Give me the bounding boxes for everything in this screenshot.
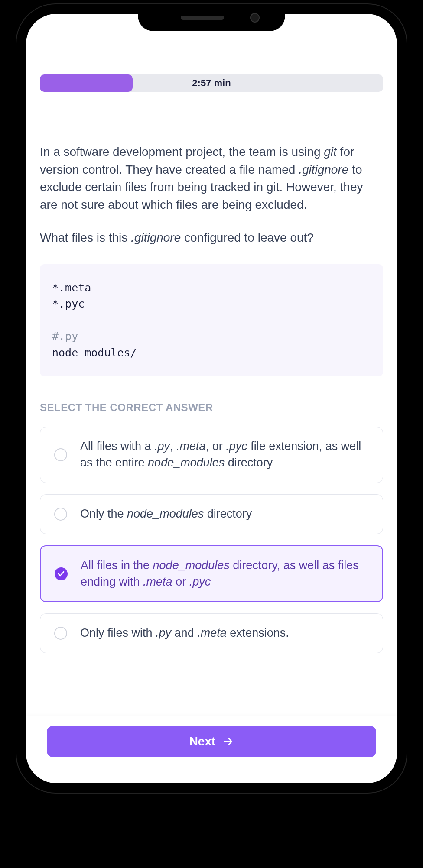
content-area: 2:57 min In a software development proje… — [26, 14, 397, 716]
text-emphasis: .gitignore — [299, 163, 348, 176]
code-line: *.meta — [52, 282, 91, 294]
text-emphasis: .gitignore — [131, 231, 181, 244]
text-emphasis: .meta — [197, 626, 227, 639]
answer-option-0[interactable]: All files with a .py, .meta, or .pyc fil… — [40, 427, 383, 483]
text-fragment: All files with a — [80, 440, 154, 453]
phone-screen: 2:57 min In a software development proje… — [26, 14, 397, 783]
code-line: *.pyc — [52, 298, 85, 310]
progress-fill — [40, 74, 133, 92]
check-icon — [58, 570, 65, 577]
next-button-label: Next — [189, 735, 216, 748]
code-comment-line: #.py — [52, 330, 78, 343]
answer-text: All files in the node_modules directory,… — [81, 557, 368, 590]
progress-bar: 2:57 min — [40, 74, 383, 92]
radio-unchecked-icon — [54, 448, 67, 461]
text-fragment: directory — [204, 507, 252, 520]
text-emphasis: git — [324, 145, 337, 159]
text-emphasis: .meta — [143, 575, 172, 588]
section-label: SELECT THE CORRECT ANSWER — [40, 402, 383, 414]
text-fragment: , — [170, 440, 176, 453]
answer-text: Only the node_modules directory — [80, 506, 252, 522]
timer-label: 2:57 min — [192, 78, 231, 89]
radio-unchecked-icon — [54, 627, 67, 640]
answer-text: All files with a .py, .meta, or .pyc fil… — [80, 438, 369, 471]
radio-unchecked-icon — [54, 508, 67, 521]
text-fragment: extensions. — [227, 626, 289, 639]
text-fragment: and — [171, 626, 197, 639]
text-emphasis: .py — [156, 626, 171, 639]
text-fragment: What files is this — [40, 231, 131, 244]
phone-frame: 2:57 min In a software development proje… — [16, 4, 407, 793]
answer-list: All files with a .py, .meta, or .pyc fil… — [40, 427, 383, 653]
text-fragment: or — [172, 575, 189, 588]
question-paragraph-2: What files is this .gitignore configured… — [40, 229, 383, 247]
text-fragment: directory — [225, 456, 273, 469]
text-emphasis: node_modules — [127, 507, 204, 520]
text-fragment: In a software development project, the t… — [40, 145, 324, 159]
question-paragraph-1: In a software development project, the t… — [40, 143, 383, 214]
text-fragment: , or — [206, 440, 226, 453]
text-fragment: configured to leave out? — [181, 231, 314, 244]
text-emphasis: .pyc — [189, 575, 211, 588]
text-fragment: All files in the — [81, 559, 153, 572]
code-line: node_modules/ — [52, 347, 137, 359]
answer-option-1[interactable]: Only the node_modules directory — [40, 494, 383, 534]
answer-option-2[interactable]: All files in the node_modules directory,… — [40, 545, 383, 602]
bottom-bar: Next — [26, 716, 397, 783]
text-emphasis: node_modules — [153, 559, 230, 572]
text-emphasis: node_modules — [148, 456, 225, 469]
answer-option-3[interactable]: Only files with .py and .meta extensions… — [40, 613, 383, 653]
text-emphasis: .meta — [176, 440, 206, 453]
radio-checked-icon — [55, 567, 68, 580]
phone-notch — [138, 4, 285, 31]
answer-text: Only files with .py and .meta extensions… — [80, 625, 289, 641]
code-block: *.meta *.pyc #.py node_modules/ — [40, 264, 383, 377]
notch-speaker — [181, 16, 224, 20]
text-emphasis: .py — [154, 440, 170, 453]
text-emphasis: .pyc — [226, 440, 247, 453]
text-fragment: Only files with — [80, 626, 156, 639]
next-button[interactable]: Next — [47, 726, 376, 757]
notch-camera — [250, 13, 260, 23]
arrow-right-icon — [222, 736, 234, 747]
header-divider — [26, 118, 397, 118]
text-fragment: Only the — [80, 507, 127, 520]
